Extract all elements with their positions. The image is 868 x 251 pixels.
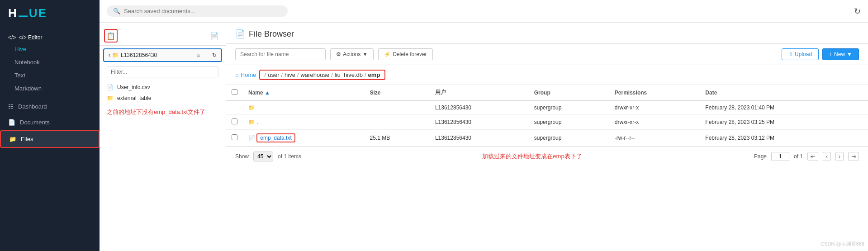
table-row: 📄 emp_data.txt 25.1 MB L13612856430 supe… — [226, 130, 868, 147]
last-page-btn[interactable]: ⇥ — [848, 152, 859, 161]
fb-toolbar: ⚙ Actions ▼ ⚡ Delete forever ⇧ Upload — [226, 44, 868, 65]
row-checkbox[interactable] — [232, 118, 237, 124]
new-chevron-icon: ▼ — [847, 51, 852, 57]
row-perms-cell: drwxr-xr-x — [609, 100, 700, 115]
global-search-box[interactable]: 🔍 — [107, 5, 288, 17]
annotation-left: 之前的地址下没有emp_data.txt文件了 — [100, 104, 226, 121]
row-checkbox[interactable] — [232, 134, 237, 140]
annotation-right: 加载过来的文件地址变成在emp表下了 — [482, 152, 582, 161]
paste-icon-btn[interactable]: 📄 — [208, 29, 221, 43]
sidebar-item-text[interactable]: Text — [0, 69, 100, 82]
file-tree-item-0[interactable]: 📄 User_info.csv — [100, 82, 226, 93]
refresh-icon[interactable]: ↻ — [854, 6, 861, 16]
col-user: 用户 — [430, 85, 529, 100]
sidebar-item-markdown[interactable]: Markdown — [0, 82, 100, 95]
table-row: 📁 ↑ L13612856430 supergroup drwxr-xr-x F… — [226, 100, 868, 115]
select-all-checkbox[interactable] — [232, 89, 237, 95]
col-date: Date — [700, 85, 868, 100]
row-group-cell: supergroup — [529, 130, 609, 147]
breadcrumb-emp[interactable]: emp — [368, 71, 380, 78]
filebrowser-title: File Browser — [249, 29, 294, 39]
col-permissions: Permissions — [609, 85, 700, 100]
prev-page-btn[interactable]: ‹ — [823, 152, 831, 161]
sidebar: H⚊UE </> </> Editor Hive Notebook Text M… — [0, 0, 100, 251]
new-button[interactable]: + New ▼ — [822, 48, 859, 60]
main-content: 🔍 ↻ 📋 📄 ‹ 📁 L13612856430 ⌂ + — [100, 0, 868, 251]
col-name: Name ▲ — [243, 85, 365, 100]
row-size-cell — [365, 115, 430, 130]
dir-name[interactable]: ↑ — [256, 104, 259, 111]
editor-section: </> </> Editor Hive Notebook Text Markdo… — [0, 27, 100, 99]
first-page-btn[interactable]: ⇤ — [807, 152, 818, 161]
dir-name[interactable]: . — [256, 119, 258, 125]
col-checkbox — [226, 85, 243, 100]
folder-icon-1: 📁 — [107, 95, 114, 101]
filter-box — [103, 65, 222, 79]
delete-forever-button[interactable]: ⚡ Delete forever — [378, 48, 432, 60]
col-size: Size — [365, 85, 430, 100]
page-input[interactable] — [771, 152, 789, 161]
current-path: L13612856430 — [121, 52, 157, 58]
rows-per-page-select[interactable]: 45 25 10 — [253, 152, 273, 161]
upload-button[interactable]: ⇧ Upload — [782, 48, 819, 60]
fb-header: 📄 File Browser — [226, 23, 868, 44]
row-user-cell: L13612856430 — [430, 130, 529, 147]
hive-label: Hive — [14, 46, 26, 52]
table-footer: Show 45 25 10 of 1 items 加载过来的文件地址变成在emp… — [226, 147, 868, 166]
next-page-btn[interactable]: › — [835, 152, 844, 161]
breadcrumb-warehouse[interactable]: warehouse — [301, 71, 330, 78]
row-type-icon: 📁 — [248, 119, 255, 125]
file-tree-item-1[interactable]: 📁 external_table — [100, 93, 226, 104]
sidebar-item-dashboard[interactable]: ☷ Dashboard — [0, 99, 100, 114]
breadcrumb-hive[interactable]: hive — [285, 71, 295, 78]
global-search-input[interactable] — [124, 8, 281, 14]
reload-icon[interactable]: ↻ — [212, 52, 217, 58]
sidebar-item-notebook[interactable]: Notebook — [0, 56, 100, 69]
text-label: Text — [14, 72, 25, 79]
add-icon[interactable]: + — [204, 52, 208, 58]
file-table: Name ▲ Size 用户 Group Permissions Date 📁 … — [226, 85, 868, 147]
editor-label: </> Editor — [19, 34, 42, 41]
row-name-cell: 📁 ↑ — [243, 100, 365, 115]
breadcrumb-liuhivedb[interactable]: liu_hive.db — [335, 71, 363, 78]
row-size-cell — [365, 100, 430, 115]
documents-icon: 📄 — [8, 119, 15, 126]
code-icon: </> — [8, 34, 16, 41]
row-group-cell: supergroup — [529, 100, 609, 115]
file-icon-0: 📄 — [107, 84, 114, 90]
row-date-cell: February 28, 2023 03:12 PM — [700, 130, 868, 147]
upload-icon: ⇧ — [788, 51, 793, 57]
filter-input[interactable] — [107, 66, 218, 77]
row-perms-cell: drwxr-xr-x — [609, 115, 700, 130]
lightning-icon: ⚡ — [384, 51, 391, 57]
row-name-cell: 📄 emp_data.txt — [243, 130, 365, 147]
breadcrumb-user[interactable]: user — [268, 71, 279, 78]
editor-group[interactable]: </> </> Editor — [0, 31, 100, 43]
table-row: 📁 . L13612856430 supergroup drwxr-xr-x F… — [226, 115, 868, 130]
row-name-cell: 📁 . — [243, 115, 365, 130]
row-checkbox-cell — [226, 115, 243, 130]
sort-icon[interactable]: ▲ — [265, 90, 270, 96]
row-type-icon: 📄 — [248, 135, 255, 141]
back-icon[interactable]: ‹ — [109, 52, 110, 58]
documents-label: Documents — [20, 119, 50, 126]
sidebar-item-documents[interactable]: 📄 Documents — [0, 114, 100, 130]
logo-area: H⚊UE — [0, 0, 100, 27]
file-tree-name-0: User_info.csv — [117, 84, 150, 90]
sidebar-item-hive[interactable]: Hive — [0, 43, 100, 56]
right-panel: 📄 File Browser ⚙ Actions ▼ ⚡ Delete fore… — [226, 23, 868, 251]
home-icon[interactable]: ⌂ — [197, 52, 200, 58]
dashboard-label: Dashboard — [18, 103, 47, 110]
file-name-link[interactable]: emp_data.txt — [256, 133, 295, 142]
breadcrumb-home[interactable]: ⌂ Home — [235, 71, 256, 78]
actions-button[interactable]: ⚙ Actions ▼ — [330, 48, 374, 60]
row-checkbox-cell — [226, 100, 243, 115]
search-icon: 🔍 — [113, 8, 120, 14]
sidebar-item-files[interactable]: 📁 Files — [0, 130, 100, 148]
copy-icon-btn[interactable]: 📋 — [104, 29, 118, 43]
file-search-input[interactable] — [235, 48, 326, 60]
row-user-cell: L13612856430 — [430, 100, 529, 115]
breadcrumb-path: / user / hive / warehouse / liu_hive.db … — [259, 70, 386, 80]
plus-icon: + — [829, 51, 832, 57]
show-label: Show — [235, 153, 249, 160]
